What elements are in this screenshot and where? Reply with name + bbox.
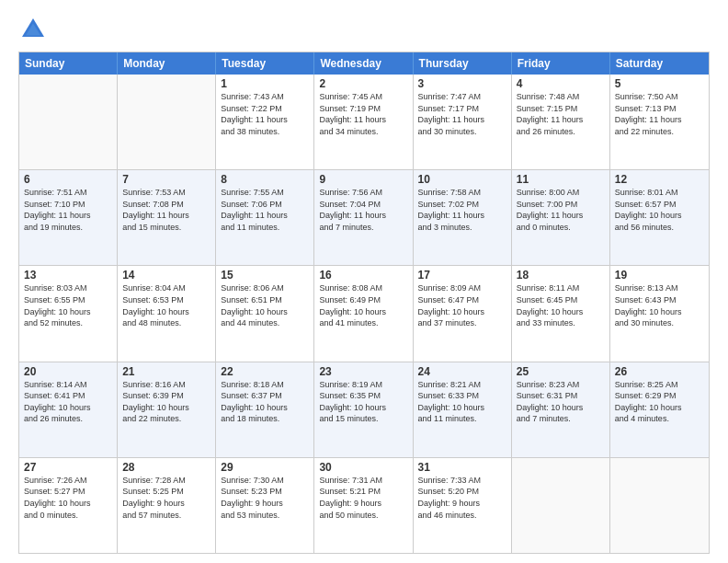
day-number: 7 bbox=[122, 173, 210, 186]
day-number: 9 bbox=[319, 173, 407, 186]
cal-cell-row5-col4: 30Sunrise: 7:31 AM Sunset: 5:21 PM Dayli… bbox=[314, 458, 413, 553]
cal-cell-row5-col1: 27Sunrise: 7:26 AM Sunset: 5:27 PM Dayli… bbox=[19, 458, 118, 553]
header-day-thursday: Thursday bbox=[414, 52, 512, 75]
day-info: Sunrise: 8:21 AM Sunset: 6:33 PM Dayligh… bbox=[418, 379, 506, 425]
header-day-wednesday: Wednesday bbox=[314, 52, 413, 75]
day-info: Sunrise: 8:23 AM Sunset: 6:31 PM Dayligh… bbox=[517, 379, 605, 425]
cal-cell-row5-col2: 28Sunrise: 7:28 AM Sunset: 5:25 PM Dayli… bbox=[118, 458, 216, 553]
cal-cell-row4-col5: 24Sunrise: 8:21 AM Sunset: 6:33 PM Dayli… bbox=[414, 362, 512, 457]
day-info: Sunrise: 7:53 AM Sunset: 7:08 PM Dayligh… bbox=[122, 187, 210, 233]
calendar-body: 1Sunrise: 7:43 AM Sunset: 7:22 PM Daylig… bbox=[19, 75, 709, 553]
cal-cell-row4-col6: 25Sunrise: 8:23 AM Sunset: 6:31 PM Dayli… bbox=[512, 362, 610, 457]
day-number: 1 bbox=[221, 77, 309, 90]
cal-cell-row1-col2 bbox=[118, 75, 216, 169]
day-number: 8 bbox=[221, 173, 309, 186]
logo-icon bbox=[18, 15, 48, 44]
cal-cell-row4-col2: 21Sunrise: 8:16 AM Sunset: 6:39 PM Dayli… bbox=[118, 362, 216, 457]
cal-cell-row5-col3: 29Sunrise: 7:30 AM Sunset: 5:23 PM Dayli… bbox=[216, 458, 314, 553]
day-info: Sunrise: 7:48 AM Sunset: 7:15 PM Dayligh… bbox=[517, 91, 605, 137]
calendar-row-5: 27Sunrise: 7:26 AM Sunset: 5:27 PM Dayli… bbox=[19, 457, 709, 553]
day-info: Sunrise: 8:13 AM Sunset: 6:43 PM Dayligh… bbox=[615, 282, 704, 328]
cal-cell-row2-col7: 12Sunrise: 8:01 AM Sunset: 6:57 PM Dayli… bbox=[610, 170, 709, 265]
day-info: Sunrise: 8:03 AM Sunset: 6:55 PM Dayligh… bbox=[24, 282, 112, 328]
day-info: Sunrise: 8:09 AM Sunset: 6:47 PM Dayligh… bbox=[418, 282, 506, 328]
day-number: 31 bbox=[418, 461, 506, 474]
cal-cell-row5-col6 bbox=[512, 458, 610, 553]
header-day-monday: Monday bbox=[118, 52, 216, 75]
calendar-row-3: 13Sunrise: 8:03 AM Sunset: 6:55 PM Dayli… bbox=[19, 265, 709, 361]
day-info: Sunrise: 8:01 AM Sunset: 6:57 PM Dayligh… bbox=[615, 187, 704, 233]
cal-cell-row2-col1: 6Sunrise: 7:51 AM Sunset: 7:10 PM Daylig… bbox=[19, 170, 118, 265]
cal-cell-row1-col6: 4Sunrise: 7:48 AM Sunset: 7:15 PM Daylig… bbox=[512, 75, 610, 169]
header-day-friday: Friday bbox=[512, 52, 610, 75]
day-info: Sunrise: 8:06 AM Sunset: 6:51 PM Dayligh… bbox=[221, 282, 309, 328]
day-info: Sunrise: 7:56 AM Sunset: 7:04 PM Dayligh… bbox=[319, 187, 407, 233]
day-info: Sunrise: 8:16 AM Sunset: 6:39 PM Dayligh… bbox=[122, 379, 210, 425]
calendar: SundayMondayTuesdayWednesdayThursdayFrid… bbox=[18, 52, 710, 554]
day-number: 27 bbox=[24, 461, 112, 474]
day-number: 23 bbox=[319, 365, 407, 378]
cal-cell-row2-col5: 10Sunrise: 7:58 AM Sunset: 7:02 PM Dayli… bbox=[414, 170, 512, 265]
cal-cell-row2-col2: 7Sunrise: 7:53 AM Sunset: 7:08 PM Daylig… bbox=[118, 170, 216, 265]
day-info: Sunrise: 7:45 AM Sunset: 7:19 PM Dayligh… bbox=[319, 91, 407, 137]
day-number: 4 bbox=[517, 77, 605, 90]
day-info: Sunrise: 8:04 AM Sunset: 6:53 PM Dayligh… bbox=[122, 282, 210, 328]
cal-cell-row1-col4: 2Sunrise: 7:45 AM Sunset: 7:19 PM Daylig… bbox=[314, 75, 413, 169]
day-info: Sunrise: 7:30 AM Sunset: 5:23 PM Dayligh… bbox=[221, 475, 309, 521]
header-day-tuesday: Tuesday bbox=[216, 52, 314, 75]
day-number: 20 bbox=[24, 365, 112, 378]
cal-cell-row1-col5: 3Sunrise: 7:47 AM Sunset: 7:17 PM Daylig… bbox=[414, 75, 512, 169]
cal-cell-row3-col3: 15Sunrise: 8:06 AM Sunset: 6:51 PM Dayli… bbox=[216, 266, 314, 361]
day-number: 25 bbox=[517, 365, 605, 378]
cal-cell-row1-col1 bbox=[19, 75, 118, 169]
day-number: 22 bbox=[221, 365, 309, 378]
cal-cell-row3-col4: 16Sunrise: 8:08 AM Sunset: 6:49 PM Dayli… bbox=[314, 266, 413, 361]
day-number: 17 bbox=[418, 269, 506, 282]
day-number: 10 bbox=[418, 173, 506, 186]
calendar-header: SundayMondayTuesdayWednesdayThursdayFrid… bbox=[19, 52, 709, 75]
day-number: 2 bbox=[319, 77, 407, 90]
day-info: Sunrise: 7:31 AM Sunset: 5:21 PM Dayligh… bbox=[319, 475, 407, 521]
cal-cell-row4-col4: 23Sunrise: 8:19 AM Sunset: 6:35 PM Dayli… bbox=[314, 362, 413, 457]
cal-cell-row5-col7 bbox=[610, 458, 709, 553]
day-number: 21 bbox=[122, 365, 210, 378]
day-info: Sunrise: 8:19 AM Sunset: 6:35 PM Dayligh… bbox=[319, 379, 407, 425]
day-number: 26 bbox=[615, 365, 704, 378]
cal-cell-row4-col3: 22Sunrise: 8:18 AM Sunset: 6:37 PM Dayli… bbox=[216, 362, 314, 457]
day-info: Sunrise: 7:26 AM Sunset: 5:27 PM Dayligh… bbox=[24, 475, 112, 521]
day-number: 30 bbox=[319, 461, 407, 474]
cal-cell-row4-col7: 26Sunrise: 8:25 AM Sunset: 6:29 PM Dayli… bbox=[610, 362, 709, 457]
cal-cell-row2-col4: 9Sunrise: 7:56 AM Sunset: 7:04 PM Daylig… bbox=[314, 170, 413, 265]
day-number: 3 bbox=[418, 77, 506, 90]
cal-cell-row1-col7: 5Sunrise: 7:50 AM Sunset: 7:13 PM Daylig… bbox=[610, 75, 709, 169]
day-info: Sunrise: 8:18 AM Sunset: 6:37 PM Dayligh… bbox=[221, 379, 309, 425]
day-info: Sunrise: 8:00 AM Sunset: 7:00 PM Dayligh… bbox=[517, 187, 605, 233]
day-number: 15 bbox=[221, 269, 309, 282]
calendar-row-2: 6Sunrise: 7:51 AM Sunset: 7:10 PM Daylig… bbox=[19, 169, 709, 265]
day-info: Sunrise: 8:25 AM Sunset: 6:29 PM Dayligh… bbox=[615, 379, 704, 425]
day-info: Sunrise: 8:11 AM Sunset: 6:45 PM Dayligh… bbox=[517, 282, 605, 328]
day-info: Sunrise: 7:43 AM Sunset: 7:22 PM Dayligh… bbox=[221, 91, 309, 137]
cal-cell-row3-col6: 18Sunrise: 8:11 AM Sunset: 6:45 PM Dayli… bbox=[512, 266, 610, 361]
day-info: Sunrise: 8:08 AM Sunset: 6:49 PM Dayligh… bbox=[319, 282, 407, 328]
day-info: Sunrise: 7:33 AM Sunset: 5:20 PM Dayligh… bbox=[418, 475, 506, 521]
day-number: 19 bbox=[615, 269, 704, 282]
header-day-saturday: Saturday bbox=[610, 52, 709, 75]
calendar-row-1: 1Sunrise: 7:43 AM Sunset: 7:22 PM Daylig… bbox=[19, 75, 709, 169]
day-info: Sunrise: 7:51 AM Sunset: 7:10 PM Dayligh… bbox=[24, 187, 112, 233]
day-number: 11 bbox=[517, 173, 605, 186]
day-number: 16 bbox=[319, 269, 407, 282]
cal-cell-row2-col3: 8Sunrise: 7:55 AM Sunset: 7:06 PM Daylig… bbox=[216, 170, 314, 265]
day-info: Sunrise: 7:55 AM Sunset: 7:06 PM Dayligh… bbox=[221, 187, 309, 233]
cal-cell-row3-col2: 14Sunrise: 8:04 AM Sunset: 6:53 PM Dayli… bbox=[118, 266, 216, 361]
cal-cell-row4-col1: 20Sunrise: 8:14 AM Sunset: 6:41 PM Dayli… bbox=[19, 362, 118, 457]
day-number: 6 bbox=[24, 173, 112, 186]
cal-cell-row5-col5: 31Sunrise: 7:33 AM Sunset: 5:20 PM Dayli… bbox=[414, 458, 512, 553]
day-info: Sunrise: 7:47 AM Sunset: 7:17 PM Dayligh… bbox=[418, 91, 506, 137]
page-header bbox=[18, 15, 710, 44]
day-info: Sunrise: 7:50 AM Sunset: 7:13 PM Dayligh… bbox=[615, 91, 704, 137]
cal-cell-row3-col7: 19Sunrise: 8:13 AM Sunset: 6:43 PM Dayli… bbox=[610, 266, 709, 361]
day-number: 24 bbox=[418, 365, 506, 378]
cal-cell-row1-col3: 1Sunrise: 7:43 AM Sunset: 7:22 PM Daylig… bbox=[216, 75, 314, 169]
day-info: Sunrise: 7:58 AM Sunset: 7:02 PM Dayligh… bbox=[418, 187, 506, 233]
